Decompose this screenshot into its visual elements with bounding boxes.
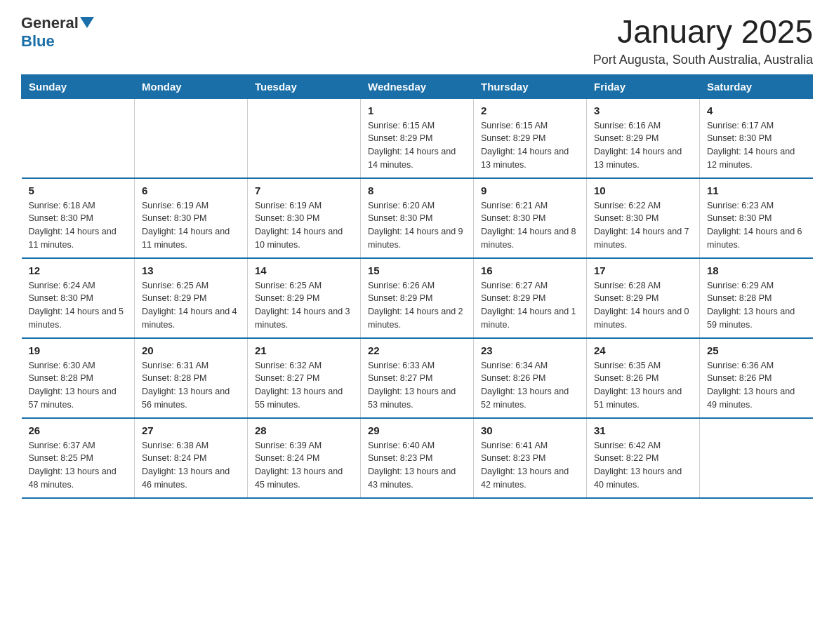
day-info: Sunrise: 6:32 AM Sunset: 8:27 PM Dayligh… bbox=[255, 359, 353, 412]
day-number: 1 bbox=[368, 105, 466, 116]
calendar-subtitle: Port Augusta, South Australia, Australia bbox=[593, 53, 813, 67]
day-cell: 3Sunrise: 6:16 AM Sunset: 8:29 PM Daylig… bbox=[587, 98, 700, 178]
day-info: Sunrise: 6:21 AM Sunset: 8:30 PM Dayligh… bbox=[481, 199, 579, 252]
day-number: 6 bbox=[142, 185, 240, 196]
logo: General Blue bbox=[21, 14, 94, 51]
weekday-header-monday: Monday bbox=[135, 74, 248, 98]
calendar-table: SundayMondayTuesdayWednesdayThursdayFrid… bbox=[21, 74, 813, 499]
day-number: 29 bbox=[368, 424, 466, 436]
day-number: 14 bbox=[255, 264, 353, 276]
day-number: 16 bbox=[481, 264, 579, 276]
day-info: Sunrise: 6:25 AM Sunset: 8:29 PM Dayligh… bbox=[255, 279, 353, 332]
day-info: Sunrise: 6:35 AM Sunset: 8:26 PM Dayligh… bbox=[594, 359, 692, 412]
day-info: Sunrise: 6:31 AM Sunset: 8:28 PM Dayligh… bbox=[142, 359, 240, 412]
page-header: General Blue January 2025 Port Augusta, … bbox=[21, 14, 813, 67]
day-cell: 6Sunrise: 6:19 AM Sunset: 8:30 PM Daylig… bbox=[135, 178, 248, 258]
day-cell: 27Sunrise: 6:38 AM Sunset: 8:24 PM Dayli… bbox=[135, 418, 248, 498]
logo-general: General bbox=[21, 14, 79, 32]
day-number: 20 bbox=[142, 344, 240, 356]
day-cell bbox=[22, 98, 135, 178]
day-info: Sunrise: 6:36 AM Sunset: 8:26 PM Dayligh… bbox=[707, 359, 806, 412]
day-cell: 12Sunrise: 6:24 AM Sunset: 8:30 PM Dayli… bbox=[22, 258, 135, 338]
week-row-1: 1Sunrise: 6:15 AM Sunset: 8:29 PM Daylig… bbox=[22, 98, 813, 178]
day-number: 31 bbox=[594, 424, 692, 436]
day-info: Sunrise: 6:17 AM Sunset: 8:30 PM Dayligh… bbox=[707, 119, 806, 172]
day-number: 30 bbox=[481, 424, 579, 436]
day-info: Sunrise: 6:25 AM Sunset: 8:29 PM Dayligh… bbox=[142, 279, 240, 332]
day-info: Sunrise: 6:29 AM Sunset: 8:28 PM Dayligh… bbox=[707, 279, 806, 332]
day-cell: 7Sunrise: 6:19 AM Sunset: 8:30 PM Daylig… bbox=[248, 178, 361, 258]
day-number: 26 bbox=[29, 424, 128, 436]
day-number: 5 bbox=[29, 185, 128, 196]
day-cell: 23Sunrise: 6:34 AM Sunset: 8:26 PM Dayli… bbox=[474, 338, 587, 418]
day-info: Sunrise: 6:28 AM Sunset: 8:29 PM Dayligh… bbox=[594, 279, 692, 332]
day-info: Sunrise: 6:33 AM Sunset: 8:27 PM Dayligh… bbox=[368, 359, 466, 412]
day-cell: 13Sunrise: 6:25 AM Sunset: 8:29 PM Dayli… bbox=[135, 258, 248, 338]
day-cell: 24Sunrise: 6:35 AM Sunset: 8:26 PM Dayli… bbox=[587, 338, 700, 418]
day-number: 21 bbox=[255, 344, 353, 356]
day-cell: 17Sunrise: 6:28 AM Sunset: 8:29 PM Dayli… bbox=[587, 258, 700, 338]
day-info: Sunrise: 6:26 AM Sunset: 8:29 PM Dayligh… bbox=[368, 279, 466, 332]
day-number: 3 bbox=[594, 105, 692, 116]
day-number: 2 bbox=[481, 105, 579, 116]
weekday-header-saturday: Saturday bbox=[700, 74, 813, 98]
day-number: 17 bbox=[594, 264, 692, 276]
logo-text: General Blue bbox=[21, 14, 94, 51]
week-row-4: 19Sunrise: 6:30 AM Sunset: 8:28 PM Dayli… bbox=[22, 338, 813, 418]
day-number: 7 bbox=[255, 185, 353, 196]
day-cell bbox=[248, 98, 361, 178]
day-number: 25 bbox=[707, 344, 806, 356]
day-number: 19 bbox=[29, 344, 128, 356]
day-number: 8 bbox=[368, 185, 466, 196]
day-cell: 20Sunrise: 6:31 AM Sunset: 8:28 PM Dayli… bbox=[135, 338, 248, 418]
day-number: 15 bbox=[368, 264, 466, 276]
weekday-header-wednesday: Wednesday bbox=[361, 74, 474, 98]
day-info: Sunrise: 6:27 AM Sunset: 8:29 PM Dayligh… bbox=[481, 279, 579, 332]
logo-blue: Blue bbox=[21, 32, 55, 50]
day-info: Sunrise: 6:40 AM Sunset: 8:23 PM Dayligh… bbox=[368, 439, 466, 492]
day-info: Sunrise: 6:24 AM Sunset: 8:30 PM Dayligh… bbox=[29, 279, 128, 332]
day-info: Sunrise: 6:34 AM Sunset: 8:26 PM Dayligh… bbox=[481, 359, 579, 412]
calendar-title: January 2025 bbox=[593, 14, 813, 50]
day-number: 18 bbox=[707, 264, 806, 276]
day-info: Sunrise: 6:15 AM Sunset: 8:29 PM Dayligh… bbox=[481, 119, 579, 172]
day-number: 9 bbox=[481, 185, 579, 196]
day-cell: 4Sunrise: 6:17 AM Sunset: 8:30 PM Daylig… bbox=[700, 98, 813, 178]
day-number: 24 bbox=[594, 344, 692, 356]
day-cell: 2Sunrise: 6:15 AM Sunset: 8:29 PM Daylig… bbox=[474, 98, 587, 178]
day-cell: 5Sunrise: 6:18 AM Sunset: 8:30 PM Daylig… bbox=[22, 178, 135, 258]
logo-arrow-icon bbox=[80, 17, 94, 28]
day-info: Sunrise: 6:37 AM Sunset: 8:25 PM Dayligh… bbox=[29, 439, 128, 492]
day-number: 12 bbox=[29, 264, 128, 276]
day-info: Sunrise: 6:15 AM Sunset: 8:29 PM Dayligh… bbox=[368, 119, 466, 172]
day-info: Sunrise: 6:23 AM Sunset: 8:30 PM Dayligh… bbox=[707, 199, 806, 252]
weekday-header-thursday: Thursday bbox=[474, 74, 587, 98]
day-cell: 30Sunrise: 6:41 AM Sunset: 8:23 PM Dayli… bbox=[474, 418, 587, 498]
day-cell: 14Sunrise: 6:25 AM Sunset: 8:29 PM Dayli… bbox=[248, 258, 361, 338]
day-cell: 16Sunrise: 6:27 AM Sunset: 8:29 PM Dayli… bbox=[474, 258, 587, 338]
week-row-2: 5Sunrise: 6:18 AM Sunset: 8:30 PM Daylig… bbox=[22, 178, 813, 258]
day-cell: 28Sunrise: 6:39 AM Sunset: 8:24 PM Dayli… bbox=[248, 418, 361, 498]
weekday-header-friday: Friday bbox=[587, 74, 700, 98]
day-cell: 29Sunrise: 6:40 AM Sunset: 8:23 PM Dayli… bbox=[361, 418, 474, 498]
day-info: Sunrise: 6:30 AM Sunset: 8:28 PM Dayligh… bbox=[29, 359, 128, 412]
day-info: Sunrise: 6:20 AM Sunset: 8:30 PM Dayligh… bbox=[368, 199, 466, 252]
day-cell: 22Sunrise: 6:33 AM Sunset: 8:27 PM Dayli… bbox=[361, 338, 474, 418]
day-info: Sunrise: 6:16 AM Sunset: 8:29 PM Dayligh… bbox=[594, 119, 692, 172]
day-info: Sunrise: 6:42 AM Sunset: 8:22 PM Dayligh… bbox=[594, 439, 692, 492]
day-cell: 25Sunrise: 6:36 AM Sunset: 8:26 PM Dayli… bbox=[700, 338, 813, 418]
day-cell: 26Sunrise: 6:37 AM Sunset: 8:25 PM Dayli… bbox=[22, 418, 135, 498]
day-info: Sunrise: 6:38 AM Sunset: 8:24 PM Dayligh… bbox=[142, 439, 240, 492]
day-number: 4 bbox=[707, 105, 806, 116]
day-cell bbox=[700, 418, 813, 498]
day-cell: 18Sunrise: 6:29 AM Sunset: 8:28 PM Dayli… bbox=[700, 258, 813, 338]
weekday-header-row: SundayMondayTuesdayWednesdayThursdayFrid… bbox=[22, 74, 813, 98]
day-cell: 31Sunrise: 6:42 AM Sunset: 8:22 PM Dayli… bbox=[587, 418, 700, 498]
day-info: Sunrise: 6:19 AM Sunset: 8:30 PM Dayligh… bbox=[142, 199, 240, 252]
weekday-header-tuesday: Tuesday bbox=[248, 74, 361, 98]
day-cell: 8Sunrise: 6:20 AM Sunset: 8:30 PM Daylig… bbox=[361, 178, 474, 258]
day-cell: 15Sunrise: 6:26 AM Sunset: 8:29 PM Dayli… bbox=[361, 258, 474, 338]
day-info: Sunrise: 6:39 AM Sunset: 8:24 PM Dayligh… bbox=[255, 439, 353, 492]
week-row-5: 26Sunrise: 6:37 AM Sunset: 8:25 PM Dayli… bbox=[22, 418, 813, 498]
day-cell: 21Sunrise: 6:32 AM Sunset: 8:27 PM Dayli… bbox=[248, 338, 361, 418]
